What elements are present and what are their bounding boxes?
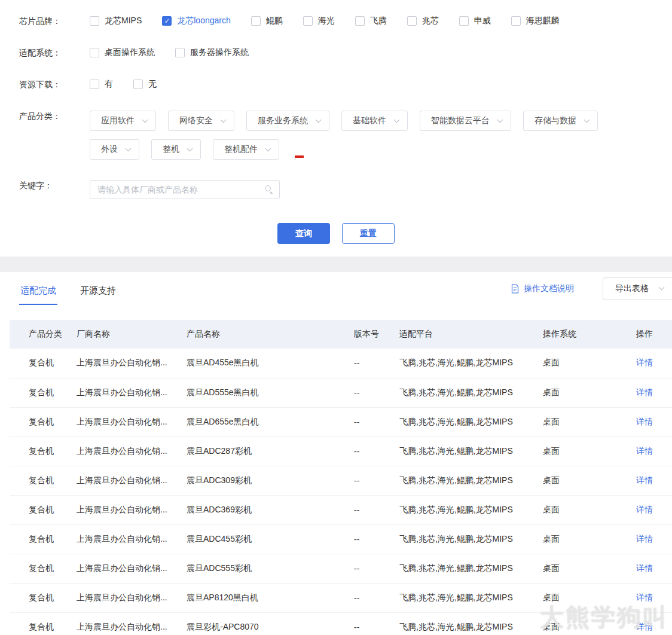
checkbox-label: 桌面操作系统 — [105, 47, 155, 58]
chip-brand-checkbox[interactable]: 海思麒麟 — [511, 16, 560, 26]
cell-os: 桌面 — [543, 583, 636, 612]
keyword-input-wrapper — [90, 180, 280, 199]
reset-button[interactable]: 重置 — [342, 223, 395, 244]
category-dropdown[interactable]: 外设 — [90, 139, 139, 160]
detail-link[interactable]: 详情 — [636, 387, 653, 397]
tab-open-source[interactable]: 开源支持 — [79, 285, 117, 305]
checkbox-label: 海光 — [318, 16, 335, 26]
checkbox-icon[interactable] — [355, 16, 365, 26]
chip-brand-checkbox[interactable]: 海光 — [303, 16, 335, 26]
table-row: 复合机上海震旦办公自动化销...震旦ADC555彩机--飞腾,兆芯,海光,鲲鹏,… — [10, 554, 672, 583]
chip-brand-checkbox[interactable]: 龙芯MIPS — [90, 16, 142, 26]
cell-action: 详情 — [636, 554, 672, 583]
system-checkbox[interactable]: 桌面操作系统 — [90, 47, 155, 58]
cell-product-name: 震旦AP8120黑白机 — [187, 583, 354, 612]
chevron-down-icon — [265, 145, 271, 151]
cell-os: 桌面 — [543, 554, 636, 583]
cell-vendor-name: 上海震旦办公自动化销... — [77, 524, 187, 554]
checkbox-icon[interactable] — [175, 48, 185, 57]
export-table-button[interactable]: 导出表格 — [603, 277, 672, 300]
cell-action: 详情 — [636, 378, 672, 407]
column-header: 产品分类 — [10, 320, 77, 349]
checkbox-icon[interactable] — [459, 16, 469, 26]
checkbox-icon[interactable] — [407, 16, 417, 26]
cell-vendor-name: 上海震旦办公自动化销... — [77, 554, 187, 583]
cell-os: 桌面 — [543, 466, 636, 495]
checkbox-icon[interactable] — [90, 16, 99, 26]
category-dropdown[interactable]: 服务业务系统 — [246, 111, 329, 131]
column-header: 操作系统 — [543, 320, 636, 349]
category-dropdown-label: 整机 — [163, 144, 179, 155]
search-button[interactable]: 查询 — [277, 223, 330, 244]
table-row: 复合机上海震旦办公自动化销...震旦ADC287彩机--飞腾,兆芯,海光,鲲鹏,… — [10, 436, 672, 466]
column-header: 适配平台 — [399, 320, 543, 349]
tab-adapted-complete[interactable]: 适配完成 — [19, 285, 57, 305]
cell-vendor-name: 上海震旦办公自动化销... — [77, 436, 187, 466]
detail-link[interactable]: 详情 — [636, 475, 653, 485]
cell-version: -- — [354, 554, 399, 583]
cell-os: 桌面 — [543, 378, 636, 407]
checkbox-icon[interactable] — [90, 48, 99, 57]
filter-row-system: 适配系统： 桌面操作系统服务器操作系统 — [19, 47, 653, 59]
cell-action: 详情 — [636, 407, 672, 436]
checkbox-label: 有 — [105, 79, 113, 90]
cell-os: 桌面 — [543, 495, 636, 524]
filter-panel: 芯片品牌： 龙芯MIPS✓龙芯loongarch鲲鹏海光飞腾兆芯申威海思麒麟 适… — [0, 0, 672, 257]
detail-link[interactable]: 详情 — [636, 563, 653, 573]
chip-brand-checkbox[interactable]: 兆芯 — [407, 16, 439, 26]
checkbox-label: 申威 — [474, 16, 491, 26]
table-body: 复合机上海震旦办公自动化销...震旦AD455e黑白机--飞腾,兆芯,海光,鲲鹏… — [10, 349, 672, 635]
cell-version: -- — [354, 524, 399, 554]
detail-link[interactable]: 详情 — [636, 622, 653, 631]
category-dropdown[interactable]: 智能数据云平台 — [420, 111, 511, 131]
resource-checkbox[interactable]: 无 — [133, 79, 157, 90]
category-dropdown[interactable]: 存储与数据 — [523, 111, 598, 131]
detail-link[interactable]: 详情 — [636, 358, 653, 367]
cell-platform: 飞腾,兆芯,海光,鲲鹏,龙芯MIPS — [399, 378, 543, 407]
system-checkbox[interactable]: 服务器操作系统 — [175, 47, 249, 58]
category-dropdown[interactable]: 整机 — [151, 139, 201, 160]
keyword-input[interactable] — [90, 180, 280, 199]
detail-link[interactable]: 详情 — [636, 534, 653, 544]
detail-link[interactable]: 详情 — [636, 417, 653, 426]
cell-product-name: 震旦ADC369彩机 — [187, 495, 354, 524]
checkbox-label: 兆芯 — [422, 16, 439, 26]
category-dropdown[interactable]: 基础软件 — [341, 111, 408, 131]
checkbox-label: 海思麒麟 — [526, 16, 560, 26]
category-dropdown[interactable]: 应用软件 — [90, 111, 156, 131]
checkbox-icon[interactable] — [90, 80, 99, 89]
checkbox-label: 无 — [148, 79, 157, 90]
checkbox-checked-icon[interactable]: ✓ — [162, 16, 172, 26]
category-dropdown-label: 基础软件 — [353, 115, 386, 126]
chip-brand-checkbox[interactable]: 飞腾 — [355, 16, 387, 26]
cell-product-category: 复合机 — [10, 466, 77, 495]
detail-link[interactable]: 详情 — [636, 505, 653, 514]
chip-brand-checkbox[interactable]: 鲲鹏 — [251, 16, 283, 26]
doc-instructions-link[interactable]: 操作文档说明 — [511, 283, 574, 294]
category-dropdown-label: 智能数据云平台 — [431, 115, 490, 126]
table-row: 复合机上海震旦办公自动化销...震旦ADC309彩机--飞腾,兆芯,海光,鲲鹏,… — [10, 466, 672, 495]
category-dropdown-label: 应用软件 — [101, 115, 135, 126]
form-actions: 查询 重置 — [19, 223, 653, 257]
filter-row-chip-brand: 芯片品牌： 龙芯MIPS✓龙芯loongarch鲲鹏海光飞腾兆芯申威海思麒麟 — [19, 16, 653, 27]
cell-product-name: 震旦AD455e黑白机 — [187, 349, 354, 378]
checkbox-icon[interactable] — [511, 16, 521, 26]
cell-product-category: 复合机 — [10, 495, 77, 524]
checkbox-icon[interactable] — [133, 80, 143, 89]
detail-link[interactable]: 详情 — [636, 446, 653, 456]
checkbox-icon[interactable] — [303, 16, 313, 26]
chip-brand-checkbox[interactable]: ✓龙芯loongarch — [162, 16, 231, 26]
red-underline-mark — [295, 155, 304, 158]
page-root: 芯片品牌： 龙芯MIPS✓龙芯loongarch鲲鹏海光飞腾兆芯申威海思麒麟 适… — [0, 0, 672, 635]
category-dropdown-label: 外设 — [101, 144, 118, 155]
chip-brand-checkbox[interactable]: 申威 — [459, 16, 491, 26]
chevron-down-icon — [584, 117, 590, 123]
cell-product-category: 复合机 — [10, 524, 77, 554]
category-dropdown[interactable]: 整机配件 — [213, 139, 279, 160]
category-dropdown[interactable]: 网络安全 — [168, 111, 234, 131]
checkbox-icon[interactable] — [251, 16, 261, 26]
cell-vendor-name: 上海震旦办公自动化销... — [77, 407, 187, 436]
chevron-down-icon — [187, 145, 193, 151]
resource-checkbox[interactable]: 有 — [90, 79, 113, 90]
detail-link[interactable]: 详情 — [636, 593, 653, 602]
